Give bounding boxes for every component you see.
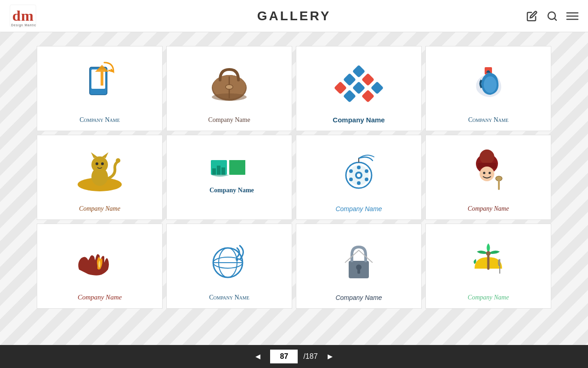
search-icon[interactable]: [546, 10, 559, 23]
header-actions: [526, 10, 579, 23]
svg-point-48: [365, 178, 368, 181]
logo-graphic-tropical: [433, 231, 544, 290]
logo-graphic-lock: [303, 231, 414, 290]
logo[interactable]: d m Design Mantic: [9, 3, 37, 29]
logo-graphic-globe: [174, 231, 285, 290]
svg-point-47: [349, 178, 353, 181]
logo-text-cat: Company Name: [79, 205, 120, 213]
next-page-button[interactable]: ►: [323, 350, 337, 363]
page-number-input[interactable]: [270, 350, 298, 363]
logo-card-bag[interactable]: Company Name: [166, 46, 292, 131]
svg-rect-21: [371, 81, 384, 94]
logo-graphic-phone: [44, 53, 155, 113]
logo-card-hands[interactable]: Company Name: [37, 224, 163, 309]
svg-point-25: [484, 76, 497, 93]
logo-text-chef: Company Name: [468, 205, 509, 213]
gallery-grid: Company Name Company Name: [0, 37, 588, 318]
svg-point-69: [486, 251, 491, 256]
svg-point-31: [96, 162, 98, 165]
menu-icon[interactable]: [566, 10, 579, 23]
svg-text:Company Name: Company Name: [209, 187, 254, 194]
svg-point-14: [226, 85, 233, 89]
logo-graphic-chef: [433, 142, 544, 201]
svg-rect-37: [212, 168, 216, 175]
page-title: GALLERY: [257, 9, 331, 23]
svg-text:m: m: [21, 7, 34, 24]
logo-graphic-diamond: [303, 53, 414, 112]
svg-rect-38: [217, 166, 220, 175]
pagination: ◄ /187 ►: [251, 350, 337, 363]
svg-point-45: [349, 169, 353, 173]
svg-point-50: [357, 173, 361, 177]
svg-point-64: [236, 258, 238, 261]
logo-card-medical[interactable]: Company Name: [425, 46, 551, 131]
logo-card-phone[interactable]: Company Name: [37, 46, 163, 131]
svg-point-53: [480, 150, 494, 164]
svg-point-28: [91, 156, 108, 173]
logo-card-diamond[interactable]: Company Name: [296, 46, 422, 131]
logo-text-lock: Company Name: [335, 294, 382, 301]
total-pages: /187: [303, 352, 317, 361]
svg-text:Design Mantic: Design Mantic: [11, 23, 36, 27]
logo-icon: d m Design Mantic: [9, 3, 37, 29]
logo-card-chef[interactable]: Company Name: [425, 135, 551, 220]
svg-rect-16: [352, 65, 365, 78]
svg-point-43: [357, 166, 361, 169]
logo-text-tv: Company Name: [335, 205, 382, 213]
svg-point-15: [212, 93, 247, 101]
footer: ◄ /187 ►: [0, 345, 588, 368]
svg-point-44: [357, 181, 361, 185]
svg-text:d: d: [12, 7, 21, 24]
svg-point-46: [365, 169, 368, 173]
logo-graphic-hands: [44, 231, 155, 290]
svg-rect-22: [343, 90, 356, 103]
logo-text-tropical: Company Name: [468, 294, 509, 301]
logo-card-tv[interactable]: Company Name: [296, 135, 422, 220]
svg-rect-39: [221, 167, 225, 175]
prev-page-button[interactable]: ◄: [251, 350, 265, 363]
logo-graphic-medical: [433, 53, 544, 113]
edit-icon[interactable]: [526, 10, 538, 23]
svg-rect-17: [343, 73, 356, 86]
logo-text-globe: Company Name: [209, 294, 249, 301]
svg-point-57: [489, 172, 491, 174]
svg-point-32: [101, 162, 104, 165]
logo-card-lock[interactable]: Company Name: [296, 224, 422, 309]
logo-graphic-tv: [303, 142, 414, 201]
svg-point-56: [483, 172, 486, 174]
logo-card-globe[interactable]: Company Name: [166, 224, 292, 309]
logo-graphic-bag: [174, 53, 285, 113]
logo-card-cat[interactable]: Company Name: [37, 135, 163, 220]
logo-graphic-cat: [44, 142, 155, 201]
logo-card-tropical[interactable]: Company Name: [425, 224, 551, 309]
logo-text-diamond: Company Name: [333, 116, 384, 124]
header: d m Design Mantic GALLERY: [0, 0, 588, 32]
svg-rect-18: [362, 73, 374, 86]
svg-line-5: [554, 18, 556, 20]
logo-text-medical: Company Name: [468, 116, 509, 124]
svg-point-55: [480, 167, 494, 181]
logo-text-phone: Company Name: [79, 116, 120, 124]
logo-card-building[interactable]: Company Name Company Name: [166, 135, 292, 220]
svg-rect-67: [357, 269, 360, 274]
logo-graphic-building: Company Name: [174, 142, 285, 213]
logo-text-bag: Company Name: [208, 116, 250, 124]
svg-rect-19: [334, 81, 347, 94]
svg-point-33: [116, 158, 120, 163]
svg-rect-23: [362, 90, 374, 103]
logo-text-hands: Company Name: [78, 293, 122, 301]
svg-rect-20: [352, 81, 365, 94]
